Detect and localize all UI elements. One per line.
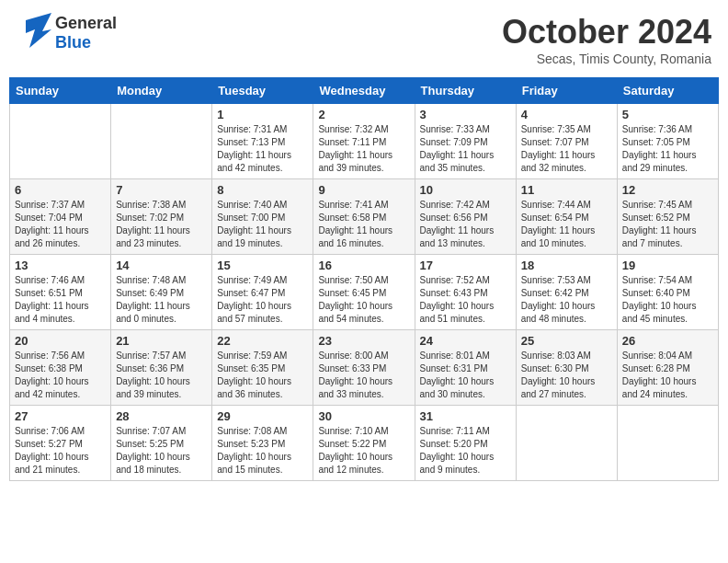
calendar-cell: 3Sunrise: 7:33 AMSunset: 7:09 PMDaylight… xyxy=(415,104,516,179)
day-info: Sunrise: 8:01 AMSunset: 6:31 PMDaylight:… xyxy=(420,350,511,401)
day-info: Sunrise: 7:44 AMSunset: 6:54 PMDaylight:… xyxy=(521,199,612,250)
calendar-cell: 27Sunrise: 7:06 AMSunset: 5:27 PMDayligh… xyxy=(10,406,111,481)
day-info: Sunrise: 7:37 AMSunset: 7:04 PMDaylight:… xyxy=(15,199,106,250)
day-info: Sunrise: 7:46 AMSunset: 6:51 PMDaylight:… xyxy=(15,274,106,326)
day-info: Sunrise: 7:56 AMSunset: 6:38 PMDaylight:… xyxy=(15,350,106,401)
calendar-cell: 16Sunrise: 7:50 AMSunset: 6:45 PMDayligh… xyxy=(313,255,415,330)
calendar-cell: 23Sunrise: 8:00 AMSunset: 6:33 PMDayligh… xyxy=(313,330,415,406)
calendar-cell xyxy=(516,406,617,481)
day-number: 18 xyxy=(521,259,612,272)
month-title: October 2024 xyxy=(502,13,711,52)
header-tuesday: Tuesday xyxy=(212,78,313,104)
day-number: 16 xyxy=(318,259,409,272)
day-number: 22 xyxy=(217,334,308,348)
day-number: 7 xyxy=(116,183,207,197)
day-number: 31 xyxy=(420,409,511,423)
calendar-cell: 30Sunrise: 7:10 AMSunset: 5:22 PMDayligh… xyxy=(313,406,415,481)
day-number: 17 xyxy=(420,259,511,272)
calendar-cell: 17Sunrise: 7:52 AMSunset: 6:43 PMDayligh… xyxy=(415,255,516,330)
day-number: 4 xyxy=(521,108,612,121)
day-info: Sunrise: 7:50 AMSunset: 6:45 PMDaylight:… xyxy=(318,274,409,326)
header-monday: Monday xyxy=(111,78,212,104)
day-info: Sunrise: 7:57 AMSunset: 6:36 PMDaylight:… xyxy=(116,350,207,401)
calendar-table: SundayMondayTuesdayWednesdayThursdayFrid… xyxy=(9,77,719,481)
calendar-cell: 11Sunrise: 7:44 AMSunset: 6:54 PMDayligh… xyxy=(516,179,617,255)
day-info: Sunrise: 8:00 AMSunset: 6:33 PMDaylight:… xyxy=(318,350,409,401)
calendar-cell xyxy=(10,104,111,179)
day-info: Sunrise: 7:42 AMSunset: 6:56 PMDaylight:… xyxy=(420,199,511,250)
calendar-cell: 12Sunrise: 7:45 AMSunset: 6:52 PMDayligh… xyxy=(617,179,718,255)
calendar-cell: 31Sunrise: 7:11 AMSunset: 5:20 PMDayligh… xyxy=(415,406,516,481)
day-info: Sunrise: 7:11 AMSunset: 5:20 PMDaylight:… xyxy=(420,425,511,477)
day-info: Sunrise: 7:54 AMSunset: 6:40 PMDaylight:… xyxy=(622,274,713,326)
calendar-week-2: 13Sunrise: 7:46 AMSunset: 6:51 PMDayligh… xyxy=(10,255,719,330)
calendar-cell: 26Sunrise: 8:04 AMSunset: 6:28 PMDayligh… xyxy=(617,330,718,406)
calendar-cell xyxy=(111,104,212,179)
day-info: Sunrise: 7:59 AMSunset: 6:35 PMDaylight:… xyxy=(217,350,308,401)
calendar-cell: 29Sunrise: 7:08 AMSunset: 5:23 PMDayligh… xyxy=(212,406,313,481)
day-number: 14 xyxy=(116,259,207,272)
day-info: Sunrise: 7:33 AMSunset: 7:09 PMDaylight:… xyxy=(420,123,511,175)
calendar-cell: 5Sunrise: 7:36 AMSunset: 7:05 PMDaylight… xyxy=(617,104,718,179)
calendar-cell: 28Sunrise: 7:07 AMSunset: 5:25 PMDayligh… xyxy=(111,406,212,481)
day-info: Sunrise: 7:45 AMSunset: 6:52 PMDaylight:… xyxy=(622,199,713,250)
calendar-cell: 8Sunrise: 7:40 AMSunset: 7:00 PMDaylight… xyxy=(212,179,313,255)
day-number: 9 xyxy=(318,183,409,197)
calendar-week-0: 1Sunrise: 7:31 AMSunset: 7:13 PMDaylight… xyxy=(10,104,719,179)
day-info: Sunrise: 7:53 AMSunset: 6:42 PMDaylight:… xyxy=(521,274,612,326)
day-info: Sunrise: 7:07 AMSunset: 5:25 PMDaylight:… xyxy=(116,425,207,477)
day-info: Sunrise: 7:32 AMSunset: 7:11 PMDaylight:… xyxy=(318,123,409,175)
calendar-cell: 2Sunrise: 7:32 AMSunset: 7:11 PMDaylight… xyxy=(313,104,415,179)
day-number: 3 xyxy=(420,108,511,121)
calendar-cell xyxy=(617,406,718,481)
day-number: 1 xyxy=(217,108,308,121)
location-subtitle: Secas, Timis County, Romania xyxy=(502,52,711,66)
calendar-cell: 14Sunrise: 7:48 AMSunset: 6:49 PMDayligh… xyxy=(111,255,212,330)
day-number: 6 xyxy=(15,183,106,197)
day-number: 11 xyxy=(521,183,612,197)
calendar-cell: 15Sunrise: 7:49 AMSunset: 6:47 PMDayligh… xyxy=(212,255,313,330)
day-info: Sunrise: 7:08 AMSunset: 5:23 PMDaylight:… xyxy=(217,425,308,477)
day-info: Sunrise: 7:35 AMSunset: 7:07 PMDaylight:… xyxy=(521,123,612,175)
day-number: 21 xyxy=(116,334,207,348)
day-number: 27 xyxy=(15,409,106,423)
day-number: 20 xyxy=(15,334,106,348)
day-number: 30 xyxy=(318,409,409,423)
calendar-cell: 21Sunrise: 7:57 AMSunset: 6:36 PMDayligh… xyxy=(111,330,212,406)
day-number: 12 xyxy=(622,183,713,197)
svg-marker-0 xyxy=(26,13,51,48)
day-number: 2 xyxy=(318,108,409,121)
day-number: 15 xyxy=(217,259,308,272)
day-info: Sunrise: 7:40 AMSunset: 7:00 PMDaylight:… xyxy=(217,199,308,250)
header-wednesday: Wednesday xyxy=(313,78,415,104)
calendar-cell: 24Sunrise: 8:01 AMSunset: 6:31 PMDayligh… xyxy=(415,330,516,406)
logo: General Blue xyxy=(17,13,117,53)
calendar-cell: 1Sunrise: 7:31 AMSunset: 7:13 PMDaylight… xyxy=(212,104,313,179)
day-number: 19 xyxy=(622,259,713,272)
calendar-cell: 18Sunrise: 7:53 AMSunset: 6:42 PMDayligh… xyxy=(516,255,617,330)
day-number: 5 xyxy=(622,108,713,121)
calendar-cell: 13Sunrise: 7:46 AMSunset: 6:51 PMDayligh… xyxy=(10,255,111,330)
day-number: 10 xyxy=(420,183,511,197)
day-info: Sunrise: 7:41 AMSunset: 6:58 PMDaylight:… xyxy=(318,199,409,250)
day-info: Sunrise: 7:10 AMSunset: 5:22 PMDaylight:… xyxy=(318,425,409,477)
logo-blue: Blue xyxy=(55,33,117,52)
calendar-cell: 6Sunrise: 7:37 AMSunset: 7:04 PMDaylight… xyxy=(10,179,111,255)
header-sunday: Sunday xyxy=(10,78,111,104)
logo-text: General Blue xyxy=(55,14,117,52)
day-info: Sunrise: 7:06 AMSunset: 5:27 PMDaylight:… xyxy=(15,425,106,477)
header-saturday: Saturday xyxy=(617,78,718,104)
calendar-cell: 10Sunrise: 7:42 AMSunset: 6:56 PMDayligh… xyxy=(415,179,516,255)
calendar-cell: 22Sunrise: 7:59 AMSunset: 6:35 PMDayligh… xyxy=(212,330,313,406)
day-number: 25 xyxy=(521,334,612,348)
day-info: Sunrise: 8:03 AMSunset: 6:30 PMDaylight:… xyxy=(521,350,612,401)
header-thursday: Thursday xyxy=(415,78,516,104)
calendar-header-row: SundayMondayTuesdayWednesdayThursdayFrid… xyxy=(10,78,719,104)
day-info: Sunrise: 7:48 AMSunset: 6:49 PMDaylight:… xyxy=(116,274,207,326)
header-friday: Friday xyxy=(516,78,617,104)
page-header: General Blue October 2024 Secas, Timis C… xyxy=(9,9,719,70)
calendar-cell: 9Sunrise: 7:41 AMSunset: 6:58 PMDaylight… xyxy=(313,179,415,255)
day-number: 23 xyxy=(318,334,409,348)
calendar-cell: 7Sunrise: 7:38 AMSunset: 7:02 PMDaylight… xyxy=(111,179,212,255)
day-info: Sunrise: 7:49 AMSunset: 6:47 PMDaylight:… xyxy=(217,274,308,326)
